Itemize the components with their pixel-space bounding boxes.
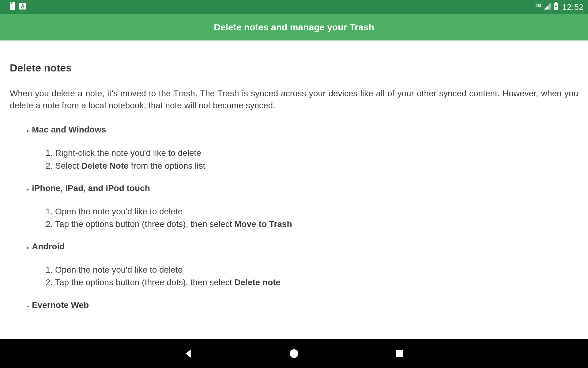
platform-name: Mac and Windows — [32, 125, 106, 135]
step-text-pre: Select — [55, 161, 81, 171]
platform-name: iPhone, iPad, and iPod touch — [32, 183, 150, 193]
app-bar: Delete notes and manage your Trash — [0, 14, 588, 40]
platform-name: Android — [32, 242, 65, 251]
step-item: Open the note you'd like to delete — [55, 264, 578, 276]
step-item: Tap the options button (three dots), the… — [55, 276, 578, 288]
step-text-post: from the options list — [129, 161, 205, 171]
svg-rect-7 — [555, 2, 557, 3]
step-text-pre: Open the note you'd like to delete — [55, 265, 183, 274]
android-status-bar: A 4G 12:52 — [0, 0, 588, 14]
svg-rect-9 — [396, 350, 403, 357]
step-text-pre: Tap the options button (three dots), the… — [55, 278, 234, 287]
status-bar-left: A — [9, 2, 26, 12]
step-text-bold: Delete note — [234, 278, 281, 287]
platform-item: Evernote Web — [32, 300, 578, 322]
step-item: Right-click the note you'd like to delet… — [55, 147, 578, 159]
platform-item: iPhone, iPad, and iPod touchOpen the not… — [32, 183, 578, 230]
status-bar-clock: 12:52 — [562, 2, 584, 12]
text-a-icon: A — [19, 2, 26, 12]
article-content: Delete notes When you delete a note, it'… — [0, 40, 588, 322]
step-item: Open the note you'd like to delete — [55, 205, 578, 217]
platform-name: Evernote Web — [32, 300, 89, 310]
platform-item: Mac and WindowsRight-click the note you'… — [32, 125, 578, 171]
android-nav-bar — [0, 339, 588, 368]
nav-home-button[interactable] — [287, 347, 301, 360]
step-text-pre: Right-click the note you'd like to delet… — [55, 148, 201, 158]
section-heading: Delete notes — [10, 62, 578, 74]
battery-charging-icon — [553, 2, 559, 12]
step-text-pre: Open the note you'd like to delete — [55, 207, 183, 216]
platform-steps: Right-click the note you'd like to delet… — [32, 147, 578, 171]
svg-point-8 — [290, 349, 298, 358]
intro-paragraph: When you delete a note, it's moved to th… — [10, 87, 578, 111]
sd-card-icon — [9, 2, 16, 12]
step-text-pre: Tap the options button (three dots), the… — [55, 219, 234, 229]
platform-steps: Open the note you'd like to deleteTap th… — [32, 205, 578, 230]
step-text-bold: Move to Trash — [234, 219, 292, 229]
step-text-bold: Delete Note — [81, 161, 129, 171]
svg-rect-5 — [21, 9, 25, 9]
svg-rect-1 — [13, 2, 13, 4]
platform-steps: Open the note you'd like to deleteTap th… — [32, 264, 578, 288]
platform-list: Mac and WindowsRight-click the note you'… — [10, 125, 578, 322]
step-item: Select Delete Note from the options list — [55, 160, 578, 172]
step-item: Tap the options button (three dots), the… — [55, 218, 578, 230]
platform-item: AndroidOpen the note you'd like to delet… — [32, 242, 578, 288]
svg-rect-0 — [11, 2, 12, 4]
cell-signal-icon — [543, 2, 551, 12]
svg-text:A: A — [21, 4, 24, 9]
page-title: Delete notes and manage your Trash — [214, 22, 374, 33]
network-type-label: 4G — [535, 3, 541, 8]
nav-recent-button[interactable] — [393, 347, 406, 360]
status-bar-right: 4G 12:52 — [535, 2, 584, 12]
nav-back-button[interactable] — [182, 347, 195, 360]
svg-rect-2 — [14, 2, 14, 4]
